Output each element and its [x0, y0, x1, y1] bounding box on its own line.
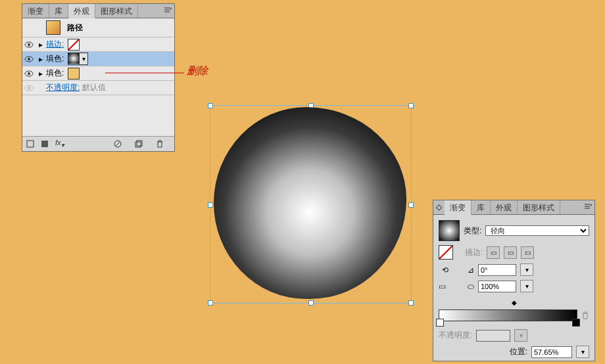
color-swatch-icon[interactable] — [68, 68, 80, 80]
object-label: 路径 — [67, 22, 83, 34]
object-row[interactable]: 路径 — [22, 18, 174, 37]
svg-point-8 — [28, 87, 30, 89]
svg-point-1 — [28, 43, 30, 46]
stop-opacity-label: 不透明度: — [439, 330, 472, 341]
angle-input[interactable] — [478, 264, 516, 276]
appearance-list: 路径 ▸ 描边: ▸ 填色: ▾ ▸ 填色: 不透明度: 默认值 — [22, 18, 174, 136]
stroke-label: 描边: — [465, 247, 483, 258]
stroke-mode-2-icon: ▭ — [504, 246, 517, 259]
gradient-ramp[interactable] — [439, 309, 577, 321]
expand-icon[interactable]: ▸ — [36, 69, 46, 78]
position-label: 位置: — [510, 346, 527, 357]
callout-line — [105, 70, 184, 76]
svg-line-16 — [439, 246, 452, 259]
svg-rect-13 — [135, 142, 141, 147]
stroke-row[interactable]: ▸ 描边: — [22, 37, 174, 52]
aspect-ratio-input[interactable] — [478, 281, 516, 292]
opacity-row[interactable]: 不透明度: 默认值 — [22, 81, 174, 95]
trash-icon[interactable] — [156, 140, 164, 148]
stroke-mode-1-icon: ▭ — [487, 246, 500, 259]
type-select[interactable]: 径向 — [485, 225, 589, 236]
object-thumb-icon — [46, 20, 60, 35]
reverse-gradient-icon[interactable]: ⟲ — [439, 265, 452, 275]
gradient-panel: ◇ 渐变 库 外观 图形样式 类型: 径向 描边: ▭ ▭ ▭ ⟲ ⊿ ▾ ▭ … — [433, 200, 595, 361]
stroke-mode-3-icon: ▭ — [521, 246, 534, 259]
expand-icon[interactable]: ▸ — [36, 55, 46, 64]
clear-icon[interactable] — [114, 140, 122, 148]
position-dropdown-icon[interactable]: ▾ — [576, 346, 589, 358]
panel-menu-icon[interactable] — [584, 202, 592, 210]
tab-gradient[interactable]: 渐变 — [445, 200, 472, 215]
svg-rect-10 — [41, 141, 48, 147]
fill-label: 填色: — [46, 53, 64, 64]
panel-menu-icon[interactable] — [164, 6, 172, 14]
gradient-stop-white[interactable] — [436, 319, 444, 327]
tab-graphic-styles[interactable]: 图形样式 — [95, 4, 138, 18]
type-label: 类型: — [464, 225, 481, 237]
gradient-preview-icon[interactable] — [439, 220, 460, 241]
stroke-label[interactable]: 描边: — [46, 39, 64, 50]
swatch-dropdown-icon[interactable]: ▾ — [79, 53, 87, 64]
svg-point-6 — [28, 72, 30, 75]
opacity-value: 默认值 — [82, 82, 106, 93]
tab-graphic-styles[interactable]: 图形样式 — [518, 200, 560, 214]
svg-line-12 — [115, 141, 120, 147]
visibility-icon[interactable] — [22, 56, 36, 62]
fx-button[interactable]: fx▾ — [55, 139, 64, 148]
expand-icon[interactable]: ▸ — [36, 40, 46, 49]
aspect-ratio-icon: ▭ — [439, 282, 452, 291]
stop-opacity-input — [476, 330, 510, 342]
stroke-swatch-icon[interactable] — [439, 245, 453, 260]
visibility-icon[interactable] — [22, 41, 36, 48]
collapse-icon[interactable]: ◇ — [433, 200, 445, 214]
angle-dropdown-icon[interactable]: ▾ — [520, 263, 533, 276]
tab-appearance[interactable]: 外观 — [68, 4, 95, 18]
fill-row-1[interactable]: ▸ 填色: ▾ — [22, 52, 174, 66]
panel-footer: fx▾ — [22, 136, 174, 151]
visibility-icon[interactable] — [22, 70, 36, 77]
fill-label: 填色: — [46, 68, 64, 79]
tab-library[interactable]: 库 — [49, 4, 68, 18]
new-art-icon[interactable] — [26, 140, 34, 148]
ar-dropdown-icon[interactable]: ▾ — [520, 280, 533, 292]
svg-rect-9 — [27, 141, 34, 147]
gradient-stop-black[interactable] — [572, 319, 580, 327]
panel-tab-bar: ◇ 渐变 库 外观 图形样式 — [433, 200, 594, 215]
position-input[interactable] — [531, 346, 572, 358]
tab-appearance[interactable]: 外观 — [491, 200, 518, 214]
duplicate-icon[interactable] — [135, 140, 143, 148]
ar-icon: ⬭ — [468, 282, 474, 291]
visibility-icon-disabled — [22, 85, 36, 91]
list-empty-area — [22, 95, 174, 136]
gradient-swatch-icon[interactable] — [68, 53, 79, 64]
opacity-label[interactable]: 不透明度: — [46, 82, 80, 93]
delete-stop-icon[interactable] — [581, 311, 589, 319]
svg-line-2 — [68, 39, 79, 50]
tab-library[interactable]: 库 — [472, 200, 491, 214]
callout-label: 删除 — [187, 64, 208, 78]
svg-point-4 — [28, 58, 30, 60]
appearance-panel: 渐变 库 外观 图形样式 路径 ▸ 描边: ▸ 填色: ▾ ▸ — [22, 3, 175, 152]
gradient-sphere-artwork[interactable] — [214, 107, 406, 299]
panel-tab-bar: 渐变 库 外观 图形样式 — [22, 4, 174, 18]
svg-rect-14 — [137, 141, 142, 146]
none-swatch-icon[interactable] — [68, 39, 80, 51]
angle-icon: ⊿ — [468, 265, 474, 275]
add-stroke-icon[interactable] — [41, 140, 49, 148]
opacity-dropdown-icon: ▾ — [514, 329, 527, 342]
midpoint-diamond-icon[interactable]: ◆ — [512, 299, 517, 306]
tab-gradient[interactable]: 渐变 — [22, 4, 49, 18]
